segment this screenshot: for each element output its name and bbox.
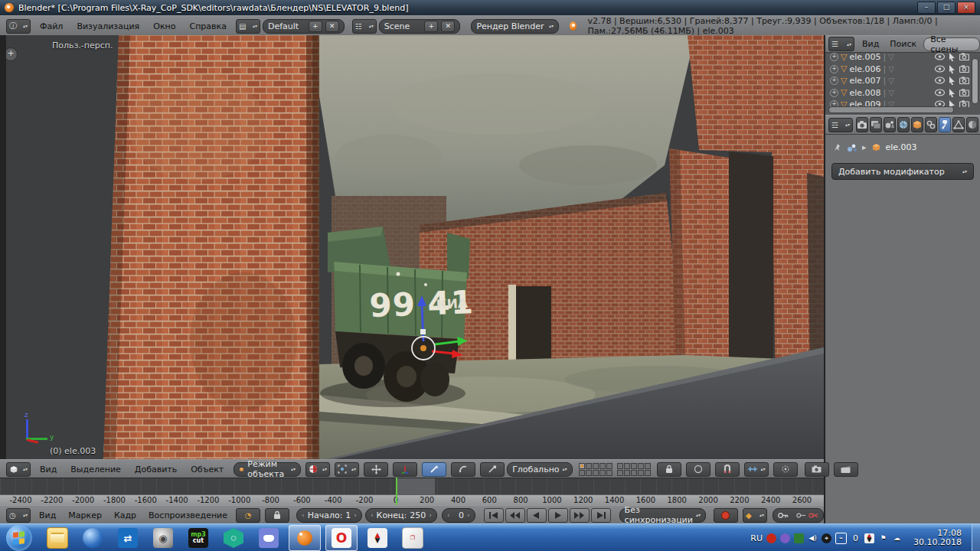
outliner-vscrollbar[interactable]: [972, 58, 978, 104]
breadcrumb-object-name[interactable]: ele.003: [886, 142, 917, 152]
tray-cloud-sync-icon[interactable]: ☁: [892, 533, 902, 543]
expand-icon[interactable]: +: [830, 53, 838, 61]
selectability-cursor-icon[interactable]: [949, 77, 956, 85]
tray-torrent-icon[interactable]: [780, 533, 790, 543]
timeline-current-frame-cursor[interactable]: [396, 478, 397, 505]
display-filter-selector[interactable]: Все сцены: [923, 37, 980, 51]
manipulator-axes-button[interactable]: [393, 462, 417, 477]
editor-type-timeline-button[interactable]: ◷▴▾: [6, 508, 31, 523]
frame-start-field[interactable]: ‹Начало: 1›: [296, 508, 362, 523]
viewport-shading-selector[interactable]: ▴▾: [305, 462, 330, 477]
play-reverse-button[interactable]: [527, 508, 547, 523]
layers-widget[interactable]: [579, 463, 651, 476]
tab-constraints[interactable]: [925, 117, 937, 132]
taskbar-hexagon-app[interactable]: ⬡: [218, 526, 249, 550]
tray-green-utility-icon[interactable]: [794, 533, 804, 543]
tab-object[interactable]: [911, 117, 923, 132]
visibility-eye-icon[interactable]: [935, 65, 945, 73]
opengl-render-anim-button[interactable]: [834, 462, 858, 477]
av-sync-selector[interactable]: Без синхронизации▴▾: [619, 508, 706, 523]
taskbar-media-player[interactable]: ◉: [148, 526, 178, 550]
tray-network-icon[interactable]: ⌁: [835, 533, 847, 544]
expand-icon[interactable]: +: [830, 77, 838, 85]
menu-item[interactable]: Вид: [857, 39, 884, 49]
minimize-button[interactable]: –: [917, 2, 936, 14]
menu-item[interactable]: Маркер: [62, 510, 108, 520]
tab-material[interactable]: [966, 117, 978, 132]
lock-to-scene-button[interactable]: [657, 462, 681, 477]
snap-target-button[interactable]: [773, 462, 798, 477]
menu-item[interactable]: Справка: [182, 21, 233, 31]
visibility-eye-icon[interactable]: [935, 77, 945, 84]
menu-item[interactable]: Объект: [184, 465, 230, 474]
renderability-camera-icon[interactable]: [959, 77, 969, 84]
viewport-3d[interactable]: 99 41 КИА Пол: [6, 35, 824, 459]
object-name[interactable]: ele.006: [849, 64, 880, 74]
visibility-eye-icon[interactable]: [935, 53, 945, 60]
editor-type-3dview-button[interactable]: ▴▾: [6, 462, 31, 477]
keying-set-selector[interactable]: ◆▴▾: [743, 508, 767, 523]
menu-item[interactable]: Визуализация: [70, 21, 146, 31]
jump-to-start-button[interactable]: [484, 508, 504, 523]
taskbar-opera[interactable]: O: [325, 525, 358, 551]
mode-selector[interactable]: Режим объекта▴▾: [234, 462, 301, 477]
tray-red-status-icon[interactable]: [766, 533, 776, 543]
active-keying-set-field[interactable]: [773, 508, 824, 523]
tab-scene[interactable]: [884, 117, 896, 132]
rotate-manipulator-button[interactable]: [451, 462, 475, 477]
outliner-row[interactable]: + ▽ ele.006 | ▽: [825, 64, 972, 76]
taskbar-web-browser[interactable]: [77, 526, 108, 550]
menu-item[interactable]: Поиск: [884, 39, 922, 49]
start-menu-button[interactable]: [6, 525, 32, 551]
snap-element-selector[interactable]: ▴▾: [744, 462, 769, 477]
render-engine-selector[interactable]: Рендер Blender▴▾: [471, 19, 559, 34]
taskbar-package-app[interactable]: ❐: [397, 526, 428, 550]
selectability-cursor-icon[interactable]: [949, 65, 956, 73]
screen-layout-selector[interactable]: Default + ✕: [263, 19, 345, 34]
show-desktop-button[interactable]: [972, 524, 980, 551]
tray-antenna-icon[interactable]: ⌖: [822, 533, 831, 543]
menu-item[interactable]: Выделение: [64, 465, 128, 474]
next-keyframe-button[interactable]: [570, 508, 590, 523]
taskbar-discord[interactable]: [253, 526, 284, 550]
translate-manipulator-button[interactable]: [422, 462, 446, 477]
outliner-row[interactable]: + ▽ ele.005 | ▽: [825, 51, 972, 64]
outliner-hscrollbar[interactable]: [828, 106, 954, 113]
tray-action-center-flag-icon[interactable]: ⚑: [878, 533, 888, 543]
selectability-cursor-icon[interactable]: [949, 53, 956, 61]
maximize-button[interactable]: □: [937, 2, 956, 14]
tray-updown-monitor-icon[interactable]: ▲▼: [864, 533, 874, 543]
object-name[interactable]: ele.005: [849, 52, 880, 62]
taskbar-speed-monitor[interactable]: ▲▼: [362, 526, 393, 550]
current-frame-field[interactable]: ‹0›: [442, 508, 475, 523]
taskbar-clock[interactable]: 17:08 30.10.2018: [913, 529, 962, 547]
visibility-eye-icon[interactable]: [935, 89, 945, 96]
delete-keyframe-icon[interactable]: [808, 512, 818, 519]
tray-volume-icon[interactable]: ◀): [808, 533, 818, 543]
manipulator-toggle-button[interactable]: [364, 462, 388, 477]
frame-end-field[interactable]: ‹Конец: 250›: [365, 508, 437, 523]
playback-range-lock-button[interactable]: ◔: [236, 508, 260, 523]
scene-icon-button[interactable]: ☷▴▾: [352, 19, 377, 34]
timeline-track[interactable]: [0, 478, 824, 495]
proportional-edit-button[interactable]: [686, 462, 710, 477]
editor-type-outliner-button[interactable]: ☰▴▾: [828, 37, 854, 51]
selectability-cursor-icon[interactable]: [949, 89, 956, 97]
renderability-camera-icon[interactable]: [959, 100, 969, 107]
delete-scene-icon[interactable]: ✕: [441, 21, 455, 32]
tab-object-data[interactable]: [952, 117, 965, 132]
editor-type-properties-button[interactable]: ☲▴▾: [828, 118, 853, 132]
add-scene-icon[interactable]: +: [424, 21, 438, 32]
tab-modifiers[interactable]: [939, 117, 951, 132]
expand-icon[interactable]: +: [830, 89, 838, 97]
scene-selector[interactable]: Scene + ✕: [379, 19, 461, 34]
menu-item[interactable]: Вид: [33, 510, 62, 520]
prev-keyframe-button[interactable]: [505, 508, 525, 523]
menu-item[interactable]: Добавить: [128, 465, 184, 474]
menu-item[interactable]: Файл: [33, 21, 70, 31]
object-name[interactable]: ele.008: [849, 88, 880, 98]
delete-layout-icon[interactable]: ✕: [325, 21, 339, 32]
tab-render-layers[interactable]: [870, 117, 882, 132]
expand-icon[interactable]: +: [830, 65, 838, 73]
snap-toggle-button[interactable]: [715, 462, 740, 477]
